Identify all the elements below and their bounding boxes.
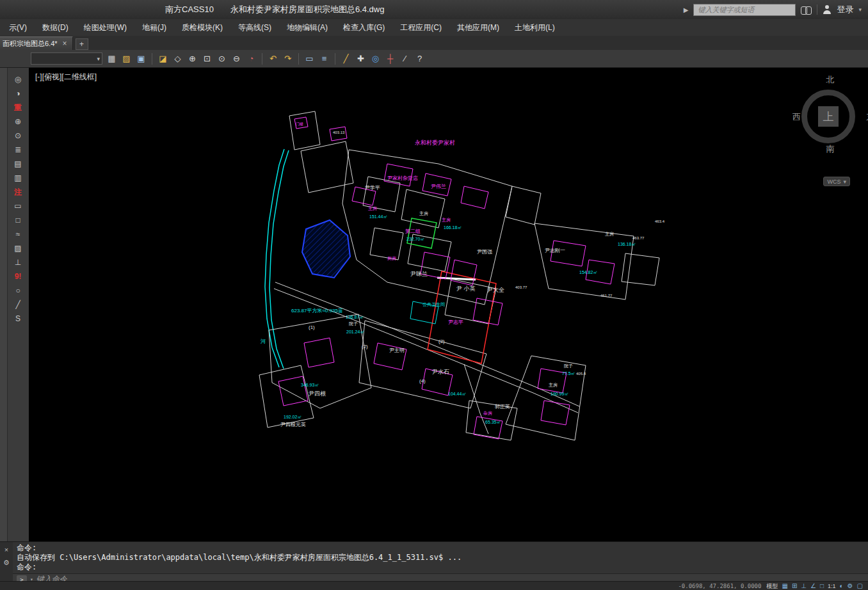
zoom-previous-icon[interactable]: ⊖ xyxy=(230,52,243,65)
infocenter-expand-icon[interactable]: ▶ xyxy=(684,6,689,13)
map-shape xyxy=(275,282,579,406)
tab-close-icon[interactable]: × xyxy=(63,39,67,48)
menu-item-1[interactable]: 数据(D) xyxy=(35,20,76,36)
login-caret-icon[interactable]: ▾ xyxy=(858,6,862,13)
plot-icon[interactable]: ▭ xyxy=(11,200,25,212)
menu-item-0[interactable]: 示(V) xyxy=(1,20,35,36)
help-icon[interactable]: ? xyxy=(413,52,426,65)
pan-icon[interactable]: ◇ xyxy=(171,52,184,65)
command-customize-icon[interactable]: ⚙ xyxy=(3,559,10,567)
open-file-icon[interactable]: ▨ xyxy=(120,52,133,65)
viewcube-south[interactable]: 南 xyxy=(826,143,835,155)
main-area: ◎◑重⊕⊙≣▤▥注▭□≈▨⊥9!○╱S [-][俯视][二维线框] 永和村委尹家… xyxy=(0,68,868,541)
circle-icon[interactable]: ○ xyxy=(11,284,25,297)
viewcube[interactable]: 北 西 南 东 上 xyxy=(795,74,865,157)
edit-page-icon[interactable]: ▤ xyxy=(11,157,25,170)
snap-mode-icon[interactable]: ⊞ xyxy=(792,582,797,590)
ortho-mode-icon[interactable]: ⊥ xyxy=(801,582,807,590)
login-button[interactable]: 登录 xyxy=(837,4,853,15)
map-label: (2) xyxy=(362,344,368,349)
map-label: (2) xyxy=(438,339,445,344)
perpendicular-icon[interactable]: ⊥ xyxy=(11,256,25,269)
menu-item-7[interactable]: 检查入库(G) xyxy=(335,20,392,36)
menu-item-5[interactable]: 等高线(S) xyxy=(230,20,279,36)
map-shape xyxy=(265,149,284,367)
map-label: 136.18㎡ xyxy=(618,242,636,246)
menu-item-8[interactable]: 工程应用(C) xyxy=(392,20,449,36)
relocate-icon[interactable]: 重 xyxy=(11,101,25,114)
statusbar: -0.0698, 47.2861, 0.0000 模型▦⊞⊥∠□1:1◐⚙▢ xyxy=(0,581,868,590)
menu-item-4[interactable]: 质检模块(K) xyxy=(174,20,230,36)
viewcube-north[interactable]: 北 xyxy=(826,74,835,86)
circle-dot-icon[interactable]: ⊙ xyxy=(11,129,25,142)
erase-icon[interactable]: ◪ xyxy=(156,52,170,65)
grid-toggle-icon[interactable]: ▦ xyxy=(105,52,118,65)
search-binoculars-icon[interactable] xyxy=(801,6,812,13)
model-space-button[interactable]: 模型 xyxy=(766,582,778,590)
zoom-page-icon[interactable]: ◎ xyxy=(11,73,25,86)
regen-icon[interactable]: ◔ xyxy=(245,52,258,65)
spline-icon[interactable]: S xyxy=(11,312,25,325)
map-label: 主房 xyxy=(605,231,614,236)
label-9-icon[interactable]: 9! xyxy=(11,270,25,283)
zoom-object-icon[interactable]: ⊙ xyxy=(215,52,229,65)
coordinates-readout: -0.0698, 47.2861, 0.0000 xyxy=(678,583,761,589)
command-close-icon[interactable]: × xyxy=(4,546,8,554)
search-page-icon[interactable]: ▥ xyxy=(11,171,25,184)
wcs-button[interactable]: WCS ▾ xyxy=(823,177,850,186)
map-shape xyxy=(301,141,353,193)
map-label: 104.44㎡ xyxy=(448,392,466,396)
pencil-icon[interactable]: ╱ xyxy=(11,298,25,311)
undo-icon[interactable]: ↶ xyxy=(266,52,280,65)
polyline-icon[interactable]: ≈ xyxy=(11,228,25,241)
map-shape xyxy=(622,253,659,285)
menu-item-9[interactable]: 其他应用(M) xyxy=(449,20,507,36)
annotation-scale-button[interactable]: 1:1 xyxy=(828,582,836,590)
viewcube-west[interactable]: 西 xyxy=(792,111,801,123)
new-tab-button[interactable]: + xyxy=(76,38,88,50)
toolbar-separator xyxy=(152,53,152,65)
draw-line-icon[interactable]: ╱ xyxy=(339,52,353,65)
map-label: 77.5㎡ xyxy=(562,371,575,376)
style-combobox[interactable]: ▾ xyxy=(31,52,102,65)
map-label: 主房 xyxy=(419,211,428,216)
menu-item-3[interactable]: 地籍(J) xyxy=(134,20,174,36)
palette-icon[interactable]: ◑ xyxy=(11,87,25,100)
break-icon[interactable]: ┼ xyxy=(383,52,397,65)
polar-tracking-icon[interactable]: ∠ xyxy=(810,582,816,590)
fullscreen-icon[interactable]: ▢ xyxy=(857,582,863,590)
dock-grip[interactable] xyxy=(0,68,8,541)
menu-item-10[interactable]: 土地利用(L) xyxy=(507,20,563,36)
divide-icon[interactable]: ∕ xyxy=(398,52,412,65)
viewcube-top-face[interactable]: 上 xyxy=(818,106,839,127)
drawing-canvas[interactable]: [-][俯视][二维线框] 永和村委尹家村尹家村杂货店尹学平尹伟兰第二组232.… xyxy=(29,68,868,541)
rectangle-icon[interactable]: □ xyxy=(11,214,25,227)
menu-item-2[interactable]: 绘图处理(W) xyxy=(76,20,134,36)
annotation-icon[interactable]: 注 xyxy=(11,186,25,198)
map-label: 公共卫生间 xyxy=(422,302,445,307)
viewport-controls[interactable]: [-][俯视][二维线框] xyxy=(35,72,97,83)
redo-icon[interactable]: ↷ xyxy=(281,52,294,65)
settings-gear-icon[interactable]: ⚙ xyxy=(848,582,853,590)
map-label: 192.02㎡ xyxy=(284,415,301,419)
zoom-realtime-icon[interactable]: ⊕ xyxy=(186,52,199,65)
menu-item-6[interactable]: 地物编辑(A) xyxy=(279,20,335,36)
zoom-scale-icon[interactable]: ◎ xyxy=(369,52,382,65)
object-snap-icon[interactable]: □ xyxy=(820,582,824,590)
search-input[interactable] xyxy=(693,4,796,16)
display-order-icon[interactable]: ▭ xyxy=(303,52,316,65)
hatch-icon[interactable]: ▨ xyxy=(11,242,25,255)
save-file-icon[interactable]: ▣ xyxy=(134,52,148,65)
map-shape xyxy=(370,228,403,260)
layer-list-icon[interactable]: ≡ xyxy=(317,52,331,65)
move-icon[interactable]: ✚ xyxy=(354,52,367,65)
isolate-objects-icon[interactable]: ◐ xyxy=(840,582,844,590)
snap-icon[interactable]: ⊕ xyxy=(11,115,25,128)
zoom-window-icon[interactable]: ⊡ xyxy=(200,52,214,65)
file-tab-label: 面积宗地图总6.4* xyxy=(3,39,58,49)
map-label: 463.77 xyxy=(632,236,645,240)
grid-display-icon[interactable]: ▦ xyxy=(782,582,787,590)
contour-icon[interactable]: ≣ xyxy=(11,143,25,156)
map-shape xyxy=(302,220,350,278)
file-tab[interactable]: 面积宗地图总6.4* × xyxy=(0,36,73,50)
